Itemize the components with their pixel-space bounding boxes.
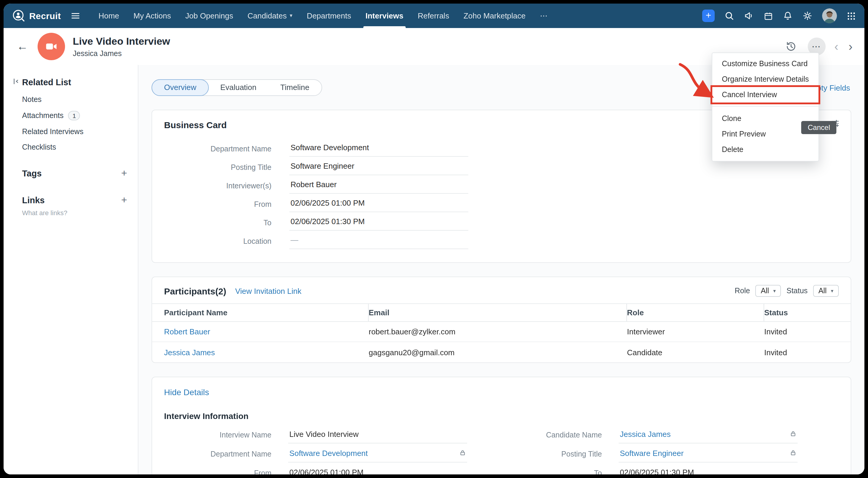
add-link-button[interactable]: + xyxy=(121,196,127,204)
settings-gear-icon[interactable] xyxy=(802,11,812,21)
field-location: Location — xyxy=(164,232,839,250)
menu-item-cancel-interview[interactable]: Cancel Interview xyxy=(712,87,818,103)
view-invitation-link[interactable]: View Invitation Link xyxy=(235,286,301,295)
field-posting-title: Posting Title Software Engineer xyxy=(503,445,839,464)
role-filter-select[interactable]: All ▾ xyxy=(755,285,781,297)
nav-item-candidates[interactable]: Candidates▾ xyxy=(240,4,300,28)
participants-section: Participants(2) View Invitation Link Rol… xyxy=(152,277,851,363)
chevron-down-icon: ▾ xyxy=(831,288,833,294)
column-role: Role xyxy=(627,304,764,321)
participant-role: Candidate xyxy=(627,348,764,357)
nav-item-job-openings[interactable]: Job Openings xyxy=(178,4,240,28)
announcements-icon[interactable] xyxy=(744,11,754,21)
chevron-down-icon: ▾ xyxy=(773,288,776,294)
related-list-title: Related List xyxy=(22,77,71,87)
search-icon[interactable] xyxy=(724,11,734,21)
next-record-button[interactable]: › xyxy=(847,40,854,53)
add-tag-button[interactable]: + xyxy=(121,169,127,178)
sidebar-item-checklists[interactable]: Checklists xyxy=(22,143,138,151)
column-status: Status xyxy=(764,304,851,321)
field-to: To 02/06/2025 01:30 PM xyxy=(164,213,839,232)
participant-email: gagsganu20@gmail.com xyxy=(369,348,627,357)
page-title: Live Video Interview xyxy=(73,35,170,47)
top-navbar: Recruit Home My Actions Job Openings Can… xyxy=(4,4,864,28)
nav-item-my-actions[interactable]: My Actions xyxy=(126,4,178,28)
record-tabs: Overview Evaluation Timeline xyxy=(152,79,322,96)
menu-item-customize-business-card[interactable]: Customize Business Card xyxy=(712,56,818,71)
tags-title: Tags xyxy=(22,169,42,178)
field-candidate-name: Candidate Name Jessica James xyxy=(503,425,839,445)
record-titles: Live Video Interview Jessica James xyxy=(73,35,170,58)
interview-details-section: Hide Details Interview Information Inter… xyxy=(152,377,851,474)
column-email: Email xyxy=(369,304,627,321)
participant-row: Jessica James gagsganu20@gmail.com Candi… xyxy=(152,342,851,363)
nav-item-interviews[interactable]: Interviews xyxy=(358,4,410,28)
participant-row: Robert Bauer robert.bauer@zylker.com Int… xyxy=(152,322,851,342)
candidate-subtitle: Jessica James xyxy=(73,49,170,58)
hamburger-menu-icon[interactable] xyxy=(70,11,81,21)
links-hint: What are links? xyxy=(4,209,138,216)
nav-utilities: + xyxy=(702,8,856,23)
sidebar-item-notes[interactable]: Notes xyxy=(22,95,138,104)
nav-item-zoho-marketplace[interactable]: Zoho Marketplace xyxy=(456,4,533,28)
user-avatar[interactable] xyxy=(822,8,837,23)
participant-status: Invited xyxy=(764,348,851,357)
lock-icon xyxy=(459,448,466,457)
previous-record-button[interactable]: ‹ xyxy=(833,40,839,53)
brand-name: Recruit xyxy=(29,11,61,21)
cancel-tooltip: Cancel xyxy=(801,121,837,134)
recruit-logo-icon xyxy=(12,9,26,23)
nav-item-home[interactable]: Home xyxy=(91,4,126,28)
participant-link[interactable]: Robert Bauer xyxy=(164,327,210,336)
back-button[interactable]: ← xyxy=(14,40,30,53)
department-link[interactable]: Software Development xyxy=(289,448,368,457)
status-filter-select[interactable]: All ▾ xyxy=(813,285,839,297)
nav-item-referrals[interactable]: Referrals xyxy=(410,4,456,28)
primary-nav: Home My Actions Job Openings Candidates▾… xyxy=(91,4,555,28)
participant-status: Invited xyxy=(764,327,851,336)
record-actions-menu: Customize Business Card Organize Intervi… xyxy=(712,53,819,162)
sidebar-item-attachments[interactable]: Attachments 1 xyxy=(22,111,138,121)
history-clock-icon xyxy=(785,40,797,53)
participant-role: Interviewer xyxy=(627,327,764,336)
collapse-sidebar-icon[interactable] xyxy=(12,77,20,88)
screen: Recruit Home My Actions Job Openings Can… xyxy=(0,0,868,478)
more-icon: ⋯ xyxy=(540,4,548,28)
notifications-bell-icon[interactable] xyxy=(783,11,793,21)
hide-details-link[interactable]: Hide Details xyxy=(164,387,839,397)
participant-email: robert.bauer@zylker.com xyxy=(369,327,627,336)
field-to: To 02/06/2025 01:30 PM xyxy=(503,464,839,474)
tab-timeline[interactable]: Timeline xyxy=(269,80,321,95)
status-filter-label: Status xyxy=(786,287,808,295)
app-window: Recruit Home My Actions Job Openings Can… xyxy=(4,4,864,474)
menu-item-delete[interactable]: Delete xyxy=(712,142,818,157)
tab-overview[interactable]: Overview xyxy=(152,79,209,96)
quick-create-button[interactable]: + xyxy=(702,9,715,22)
participant-link[interactable]: Jessica James xyxy=(164,348,215,357)
posting-title-link[interactable]: Software Engineer xyxy=(620,448,684,457)
participants-title: Participants(2) xyxy=(164,286,226,296)
zoho-recruit-logo[interactable]: Recruit xyxy=(12,9,61,23)
field-department-name: Department Name Software Development xyxy=(164,445,469,464)
tab-evaluation[interactable]: Evaluation xyxy=(208,80,268,95)
field-interviewers: Interviewer(s) Robert Bauer xyxy=(164,176,839,195)
app-grid-icon[interactable] xyxy=(846,11,856,21)
candidate-link[interactable]: Jessica James xyxy=(620,430,671,438)
chevron-down-icon: ▾ xyxy=(290,4,292,28)
lock-icon xyxy=(790,448,797,457)
sidebar-item-related-interviews[interactable]: Related Interviews xyxy=(22,128,138,136)
calendar-icon[interactable] xyxy=(764,11,773,21)
nav-item-departments[interactable]: Departments xyxy=(300,4,358,28)
interview-information-title: Interview Information xyxy=(164,411,839,421)
video-camera-icon xyxy=(45,40,58,53)
participants-table-header: Participant Name Email Role Status xyxy=(152,303,851,322)
column-participant-name: Participant Name xyxy=(152,304,369,321)
menu-item-organize-interview-details[interactable]: Organize Interview Details xyxy=(712,71,818,87)
field-from: From 02/06/2025 01:00 PM xyxy=(164,195,839,213)
field-interview-name: Interview Name Live Video Interview xyxy=(164,425,469,445)
role-filter-label: Role xyxy=(735,287,750,295)
menu-divider xyxy=(712,106,818,107)
interview-type-badge xyxy=(38,33,65,60)
nav-overflow-button[interactable]: ⋯ xyxy=(533,4,555,28)
lock-icon xyxy=(790,430,797,438)
